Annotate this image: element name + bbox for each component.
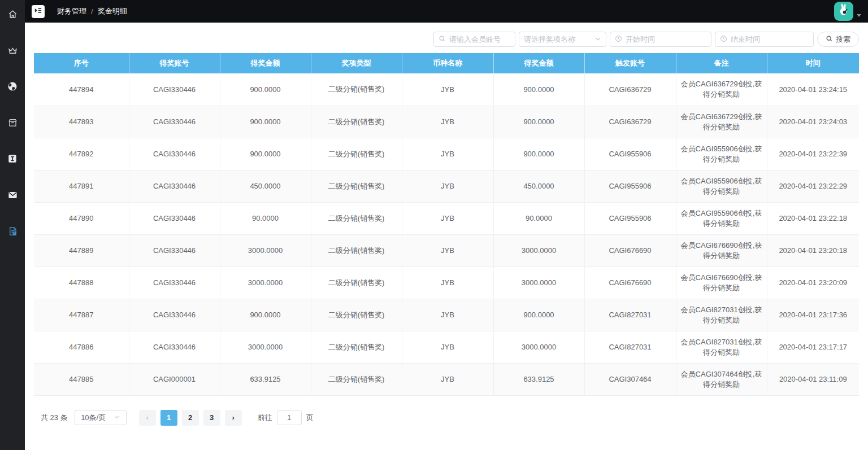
- cell-winner-account: CAGI330446: [129, 106, 220, 138]
- sidebar-item-global[interactable]: [5, 79, 20, 94]
- cell-seq: 447892: [34, 138, 129, 170]
- breadcrumb-page: 奖金明细: [98, 6, 127, 16]
- breadcrumb-section[interactable]: 财务管理: [57, 6, 86, 16]
- next-page-button[interactable]: ›: [225, 410, 242, 426]
- sidebar-item-finance-active[interactable]: [5, 224, 20, 238]
- page-button-1[interactable]: 1: [160, 410, 177, 426]
- avatar-dropdown-caret-icon[interactable]: [857, 14, 861, 17]
- col-header-time: 时间: [767, 53, 859, 73]
- cell-prize-amount-2: 3000.0000: [493, 234, 584, 266]
- avatar[interactable]: [834, 2, 853, 21]
- cell-remark: 会员CAGI955906创投,获得分销奖励: [676, 170, 767, 202]
- table-row[interactable]: 447890 CAGI330446 90.0000 二级分销(销售奖) JYB …: [34, 202, 859, 234]
- cell-remark: 会员CAGI676690创投,获得分销奖励: [676, 266, 767, 299]
- table-row[interactable]: 447888 CAGI330446 3000.0000 二级分销(销售奖) JY…: [34, 266, 859, 299]
- cell-prize-type: 二级分销(销售奖): [311, 138, 402, 170]
- cell-remark: 会员CAGI676690创投,获得分销奖励: [676, 234, 767, 266]
- cell-currency: JYB: [402, 170, 493, 202]
- table-row[interactable]: 447893 CAGI330446 900.0000 二级分销(销售奖) JYB…: [34, 106, 859, 138]
- rabbit-avatar-icon: [836, 3, 851, 20]
- search-button[interactable]: 搜索: [817, 32, 859, 47]
- cell-trigger-account: CAGI636729: [584, 73, 676, 106]
- member-account-input[interactable]: [449, 35, 510, 43]
- sidebar-item-orders[interactable]: [5, 115, 20, 130]
- cell-currency: JYB: [402, 331, 493, 363]
- page-button-3[interactable]: 3: [203, 410, 220, 426]
- table-row[interactable]: 447886 CAGI330446 3000.0000 二级分销(销售奖) JY…: [34, 331, 859, 363]
- cell-remark: 会员CAGI636729创投,获得分销奖励: [676, 73, 767, 106]
- cell-prize-type: 二级分销(销售奖): [311, 170, 402, 202]
- sidebar-item-home[interactable]: [5, 7, 20, 21]
- breadcrumb: 财务管理 / 奖金明细: [57, 6, 127, 16]
- cell-prize-amount: 450.0000: [220, 170, 311, 202]
- cell-winner-account: CAGI330446: [129, 73, 220, 106]
- cell-winner-account: CAGI330446: [129, 299, 220, 331]
- table-row[interactable]: 447891 CAGI330446 450.0000 二级分销(销售奖) JYB…: [34, 170, 859, 202]
- table-row[interactable]: 447887 CAGI330446 900.0000 二级分销(销售奖) JYB…: [34, 299, 859, 331]
- col-header-prize-amount-2: 得奖金额: [493, 53, 584, 73]
- cell-time: 2020-04-01 23:17:36: [767, 299, 859, 331]
- cell-prize-amount: 900.0000: [220, 106, 311, 138]
- table-row[interactable]: 447894 CAGI330446 900.0000 二级分销(销售奖) JYB…: [34, 73, 859, 106]
- cell-seq: 447888: [34, 266, 129, 299]
- page-buttons: ‹ 1 2 3 ›: [139, 410, 242, 426]
- pagination: 共 23 条 10条/页 ‹ 1 2 3 ›: [41, 410, 859, 426]
- cell-prize-amount-2: 633.9125: [493, 363, 584, 395]
- goto-page-input[interactable]: [277, 410, 302, 425]
- cell-winner-account: CAGI330446: [129, 170, 220, 202]
- page-size-select[interactable]: 10条/页: [75, 410, 127, 425]
- cell-trigger-account: CAGI676690: [584, 266, 676, 299]
- table-row[interactable]: 447892 CAGI330446 900.0000 二级分销(销售奖) JYB…: [34, 138, 859, 170]
- cell-seq: 447891: [34, 170, 129, 202]
- cell-remark: 会员CAGI827031创投,获得分销奖励: [676, 331, 767, 363]
- page-button-2[interactable]: 2: [182, 410, 199, 426]
- cell-currency: JYB: [402, 202, 493, 234]
- cell-winner-account: CAGI330446: [129, 331, 220, 363]
- start-time-input[interactable]: [626, 35, 706, 43]
- cell-prize-amount-2: 3000.0000: [493, 266, 584, 299]
- topbar-right: [834, 2, 861, 21]
- prev-page-button[interactable]: ‹: [139, 410, 156, 426]
- col-header-winner-account: 得奖账号: [129, 53, 220, 73]
- col-header-trigger-account: 触发账号: [584, 53, 676, 73]
- cell-prize-amount: 900.0000: [220, 138, 311, 170]
- search-button-label: 搜索: [836, 34, 850, 45]
- cell-currency: JYB: [402, 138, 493, 170]
- cell-remark: 会员CAGI955906创投,获得分销奖励: [676, 202, 767, 234]
- table-body: 447894 CAGI330446 900.0000 二级分销(销售奖) JYB…: [34, 73, 859, 395]
- table-row[interactable]: 447885 CAGI000001 633.9125 二级分销(销售奖) JYB…: [34, 363, 859, 395]
- cell-seq: 447889: [34, 234, 129, 266]
- document-edit-icon: [7, 226, 18, 237]
- cell-prize-amount: 90.0000: [220, 202, 311, 234]
- cell-winner-account: CAGI330446: [129, 202, 220, 234]
- cell-prize-amount: 3000.0000: [220, 331, 311, 363]
- globe-icon: [7, 81, 18, 92]
- cell-time: 2020-04-01 23:22:29: [767, 170, 859, 202]
- goto-unit: 页: [306, 413, 314, 423]
- table-row[interactable]: 447889 CAGI330446 3000.0000 二级分销(销售奖) JY…: [34, 234, 859, 266]
- cell-trigger-account: CAGI307464: [584, 363, 676, 395]
- cell-winner-account: CAGI330446: [129, 266, 220, 299]
- menu-collapse-icon: [33, 6, 43, 18]
- prize-name-select[interactable]: 请选择奖项名称: [519, 32, 606, 47]
- cell-trigger-account: CAGI955906: [584, 202, 676, 234]
- cell-remark: 会员CAGI636729创投,获得分销奖励: [676, 106, 767, 138]
- col-header-currency-name: 币种名称: [402, 53, 493, 73]
- cell-time: 2020-04-01 23:22:18: [767, 202, 859, 234]
- cell-prize-amount-2: 900.0000: [493, 106, 584, 138]
- cell-currency: JYB: [402, 363, 493, 395]
- bonus-table: 序号 得奖账号 得奖金额 奖项类型 币种名称 得奖金额 触发账号 备注 时间 4…: [34, 53, 859, 396]
- sidebar-item-messages[interactable]: [5, 187, 20, 202]
- sidebar-collapse-button[interactable]: [32, 5, 45, 18]
- table-header: 序号 得奖账号 得奖金额 奖项类型 币种名称 得奖金额 触发账号 备注 时间: [34, 53, 859, 73]
- sidebar-item-rewards[interactable]: [5, 43, 20, 58]
- sidebar-item-info[interactable]: [5, 151, 20, 166]
- col-header-prize-amount: 得奖金额: [220, 53, 311, 73]
- end-time-input[interactable]: [731, 35, 809, 43]
- archive-box-icon: [7, 117, 18, 128]
- cell-seq: 447885: [34, 363, 129, 395]
- col-header-seq: 序号: [34, 53, 129, 73]
- crown-icon: [7, 45, 18, 56]
- clock-icon: [720, 34, 727, 45]
- search-icon: [826, 35, 833, 44]
